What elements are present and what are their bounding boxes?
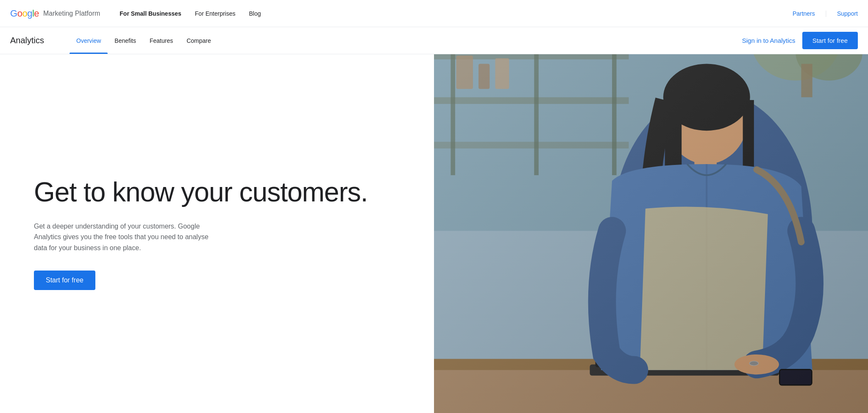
tab-overview[interactable]: Overview <box>70 27 108 54</box>
hero-section: Get to know your customers. Get a deeper… <box>0 54 868 413</box>
hero-content: Get to know your customers. Get a deeper… <box>0 54 434 413</box>
logo-o1: o <box>17 8 22 19</box>
sub-navigation: Analytics Overview Benefits Features Com… <box>0 27 868 54</box>
hero-image <box>434 54 868 413</box>
logo-g: G <box>10 8 17 19</box>
support-link[interactable]: Support <box>837 10 858 17</box>
start-free-button-header[interactable]: Start for free <box>802 32 858 49</box>
hero-headline: Get to know your customers. <box>34 177 400 207</box>
svg-rect-34 <box>434 54 868 413</box>
nav-divider: | <box>825 10 827 17</box>
google-logo-link[interactable]: Google Marketing Platform <box>10 8 100 19</box>
top-nav-right: Partners | Support <box>793 10 858 17</box>
analytics-brand: Analytics <box>10 36 53 45</box>
top-nav-links: For Small Businesses For Enterprises Blo… <box>114 7 793 20</box>
partners-link[interactable]: Partners <box>793 10 815 17</box>
nav-link-small-business[interactable]: For Small Businesses <box>114 7 187 20</box>
hero-photo <box>434 54 868 413</box>
hero-description: Get a deeper understanding of your custo… <box>34 221 220 254</box>
hero-start-free-button[interactable]: Start for free <box>34 271 95 290</box>
logo-e: e <box>34 8 39 19</box>
logo-o2: o <box>22 8 27 19</box>
sign-in-link[interactable]: Sign in to Analytics <box>742 37 796 44</box>
sub-nav-right: Sign in to Analytics Start for free <box>742 32 858 49</box>
platform-name: Marketing Platform <box>43 10 100 17</box>
top-navigation: Google Marketing Platform For Small Busi… <box>0 0 868 27</box>
tab-compare[interactable]: Compare <box>180 27 218 54</box>
nav-link-blog[interactable]: Blog <box>243 7 267 20</box>
sub-nav-tabs: Overview Benefits Features Compare <box>70 27 742 54</box>
hero-illustration <box>434 54 868 413</box>
nav-link-enterprises[interactable]: For Enterprises <box>189 7 242 20</box>
google-logo: Google <box>10 8 39 19</box>
tab-features[interactable]: Features <box>143 27 180 54</box>
tab-benefits[interactable]: Benefits <box>108 27 143 54</box>
logo-g2: g <box>27 8 32 19</box>
